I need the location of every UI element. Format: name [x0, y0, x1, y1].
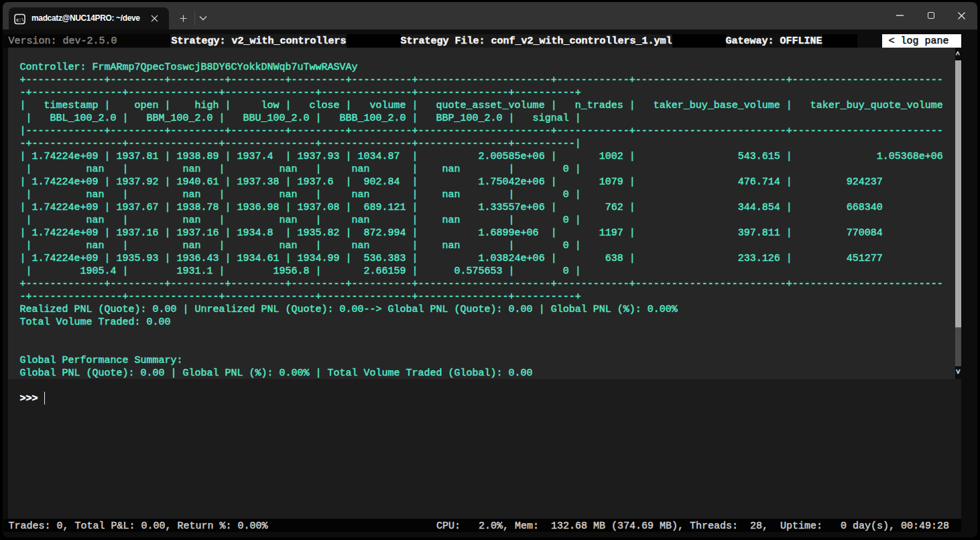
svg-text:c:\: c:\: [16, 18, 24, 23]
